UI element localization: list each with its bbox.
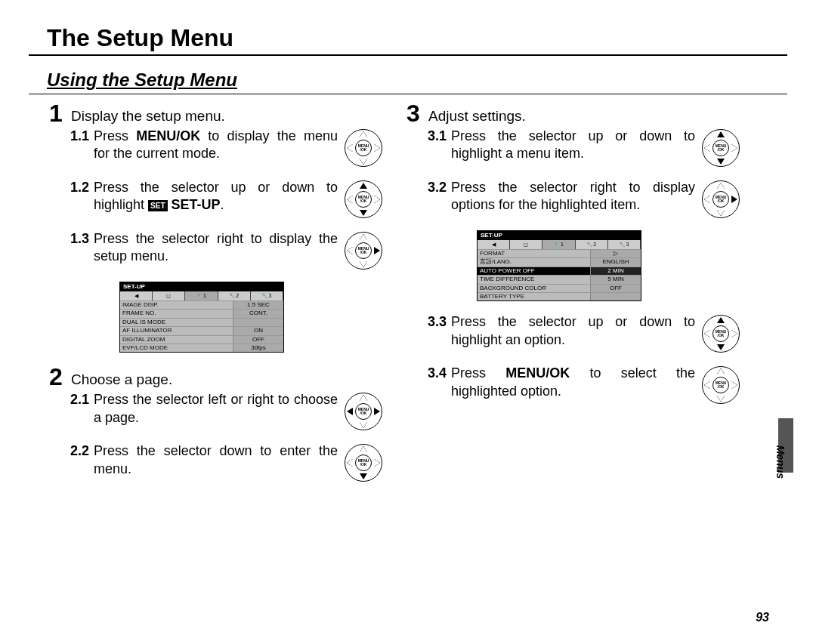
menu-title: SET-UP <box>120 282 283 291</box>
substep-number: 3.2 <box>425 179 447 218</box>
menu-tab: ◀ <box>478 240 510 249</box>
substep-1-3: 1.3 Press the selector right to display … <box>47 230 385 270</box>
menu-key: TIME DIFFERENCE <box>478 276 590 283</box>
substep-text: Press the selector right to display opti… <box>451 179 695 218</box>
menu-row: AUTO POWER OFF2 MIN <box>478 267 641 275</box>
menu-screen-2: SET-UP◀◻🔧1🔧2🔧3FORMAT▷言語/LANG.ENGLISHAUTO… <box>477 230 641 302</box>
menu-row: TIME DIFFERENCE5 MIN <box>478 275 641 283</box>
menu-row: DIGITAL ZOOMOFF <box>120 335 283 344</box>
step-1: 1 Display the setup menu. <box>47 101 385 126</box>
menu-key: FRAME NO. <box>120 310 233 317</box>
step-head: Choose a page. <box>71 365 172 390</box>
menu-value <box>590 293 641 300</box>
set-badge-icon: SET <box>148 200 167 211</box>
step-2: 2 Choose a page. <box>47 365 385 390</box>
page-title: The Setup Menu <box>47 23 233 54</box>
menu-key: IMAGE DISP. <box>120 301 233 309</box>
dpad-center-label: MENU/OK <box>712 325 729 342</box>
step-number: 3 <box>404 101 422 126</box>
content-columns: 1 Display the setup menu. 1.1 Press MENU… <box>47 101 742 494</box>
dpad-center-label: MENU/OK <box>355 454 372 471</box>
page-number: 93 <box>756 610 769 626</box>
rule-sub <box>29 94 787 94</box>
menu-row: EVF/LCD MODE30fps <box>120 344 283 352</box>
menu-value: OFF <box>590 285 641 292</box>
substep-text: Press the selector up or down to highlig… <box>451 128 695 167</box>
menu-tab: 🔧2 <box>218 291 251 300</box>
dpad-icon: MENU/OK <box>345 232 382 270</box>
menu-row: 言語/LANG.ENGLISH <box>478 257 641 266</box>
menu-key: BACKGROUND COLOR <box>478 285 590 292</box>
menu-row: BACKGROUND COLOROFF <box>478 284 641 292</box>
menu-tab: ◻ <box>153 291 185 300</box>
substep-text: Press the selector up or down to highlig… <box>94 179 338 218</box>
menu-tab: ◻ <box>510 240 542 249</box>
substep-2-2: 2.2 Press the selector down to enter the… <box>47 442 385 482</box>
menu-tabs: ◀◻🔧1🔧2🔧3 <box>478 240 641 249</box>
substep-number: 1.1 <box>68 128 89 167</box>
substep-text: Press the selector right to display the … <box>94 230 338 270</box>
menu-key: DIGITAL ZOOM <box>120 336 233 344</box>
substep-3-4: 3.4 Press MENU/OK to select the highligh… <box>404 365 742 404</box>
substep-number: 3.3 <box>425 313 447 353</box>
substep-text: Press MENU/OK to display the menu for th… <box>94 128 338 167</box>
selector-icon-right: MENU/OK <box>700 179 742 218</box>
dpad-icon: MENU/OK <box>702 129 740 167</box>
menu-row: BATTERY TYPE <box>478 292 641 300</box>
menu-tab: 🔧1 <box>542 240 575 249</box>
menu-value: 30fps <box>233 344 283 352</box>
menu-tab: 🔧1 <box>185 291 218 300</box>
menu-value: 5 MIN <box>590 276 641 283</box>
menu-key: BATTERY TYPE <box>478 293 590 300</box>
section-title: Using the Setup Menu <box>47 68 237 91</box>
dpad-center-label: MENU/OK <box>355 191 372 208</box>
substep-number: 3.4 <box>425 365 447 404</box>
step-number: 2 <box>47 365 65 390</box>
menu-tab: 🔧3 <box>608 240 641 249</box>
menu-row: FRAME NO.CONT. <box>120 309 283 317</box>
menu-key: EVF/LCD MODE <box>120 344 233 352</box>
dpad-center-label: MENU/OK <box>712 140 729 156</box>
menu-value <box>233 319 283 326</box>
selector-icon-updown: MENU/OK <box>342 179 385 218</box>
substep-1-2: 1.2 Press the selector up or down to hig… <box>47 179 385 218</box>
menu-row: AF ILLUMINATORON <box>120 326 283 334</box>
menu-title: SET-UP <box>478 231 641 240</box>
substep-3-1: 3.1 Press the selector up or down to hig… <box>404 128 742 167</box>
substep-text: Press the selector left or right to choo… <box>94 391 338 430</box>
dpad-center-label: MENU/OK <box>355 242 372 259</box>
selector-icon-updown: MENU/OK <box>700 313 742 353</box>
dpad-center-label: MENU/OK <box>712 191 729 208</box>
menu-tab: 🔧3 <box>251 291 283 300</box>
step-head: Display the setup menu. <box>71 101 225 126</box>
menu-value: 1.5 SEC <box>233 301 283 309</box>
menu-value: ENGLISH <box>590 258 641 266</box>
dpad-icon: MENU/OK <box>702 180 740 218</box>
page: The Setup Menu Using the Setup Menu 1 Di… <box>0 0 816 644</box>
step-number: 1 <box>47 101 65 126</box>
selector-icon-updown: MENU/OK <box>700 128 742 167</box>
substep-3-2: 3.2 Press the selector right to display … <box>404 179 742 218</box>
menu-row: FORMAT▷ <box>478 249 641 257</box>
substep-number: 2.1 <box>68 391 89 430</box>
dpad-icon: MENU/OK <box>345 444 382 482</box>
substep-number: 1.3 <box>68 230 89 270</box>
selector-icon-right: MENU/OK <box>342 230 385 270</box>
menu-key: AF ILLUMINATOR <box>120 327 233 334</box>
dpad-icon: MENU/OK <box>345 129 382 167</box>
substep-1-1: 1.1 Press MENU/OK to display the menu fo… <box>47 128 385 167</box>
menu-key: FORMAT <box>478 250 590 257</box>
step-3: 3 Adjust settings. <box>404 101 742 126</box>
substep-number: 1.2 <box>68 179 89 218</box>
dpad-center-label: MENU/OK <box>355 140 372 156</box>
menu-value: ON <box>233 327 283 334</box>
step-head: Adjust settings. <box>428 101 526 126</box>
side-section-label: Menus <box>774 445 787 479</box>
dpad-icon: MENU/OK <box>702 366 740 404</box>
selector-icon-leftright: MENU/OK <box>342 391 385 430</box>
menu-key: AUTO POWER OFF <box>478 267 590 275</box>
menu-screen-1: SET-UP◀◻🔧1🔧2🔧3IMAGE DISP.1.5 SECFRAME NO… <box>119 282 284 353</box>
selector-icon-center: MENU/OK <box>700 365 742 404</box>
left-column: 1 Display the setup menu. 1.1 Press MENU… <box>47 101 385 494</box>
substep-number: 2.2 <box>68 442 89 482</box>
